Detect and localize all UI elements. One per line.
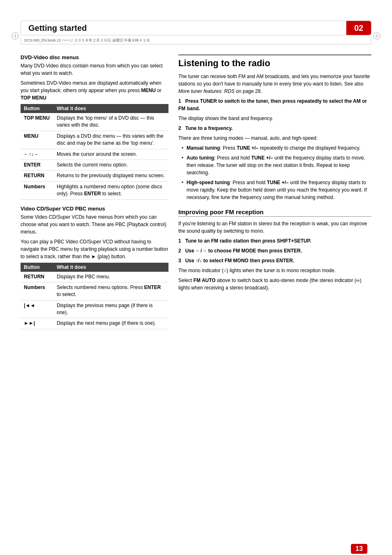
fm-step3-heading: 3 Use ↑/↓ to select FM MONO then press E… [178,257,371,264]
dvd-section: DVD-Video disc menus Many DVD-Video disc… [21,54,168,200]
table-cell-button: ENTER [21,160,53,170]
table-row: ►►| Displays the next menu page (if ther… [21,318,168,329]
dvd-intro2: Sometimes DVD-Video menus are displayed … [21,79,168,102]
table-cell-button: RETURN [21,272,53,282]
radio-intro: The tuner can receive both FM and AM bro… [178,73,371,95]
table-row: Numbers Highlights a numbered menu optio… [21,181,168,199]
vcd-intro2: You can play a PBC Video CD/Super VCD wi… [21,238,168,260]
fm-section-intro: If you're listening to an FM station in … [178,220,371,235]
table-cell-desc: Displays the previous menu page (if ther… [53,300,168,318]
table-cell-desc: Returns to the previously displayed menu… [53,171,168,181]
vcd-table-col1: Button [21,263,53,272]
header-title-area: Getting started [21,21,346,35]
vcd-intro1: Some Video CD/Super VCDs have menus from… [21,213,168,236]
radio-step2-heading: 2 Tune to a frequency. [178,125,371,132]
table-cell-desc: Moves the cursor around the screen. [53,149,168,160]
file-info-strip: DCS-580_EN.book 13 ページ ２００８年２月２９日 金曜日 午後… [21,37,371,44]
table-cell-desc: Selects the current menu option. [53,160,168,170]
table-cell-desc: Highlights a numbered menu option (some … [53,181,168,199]
table-cell-desc: Selects numbered menu options. Press ENT… [53,282,168,300]
table-row: MENU Displays a DVD disc menu — this var… [21,131,168,149]
table-row: |◄◄ Displays the previous menu page (if … [21,300,168,318]
radio-step1-body: The display shows the band and frequency… [178,115,371,122]
table-row: TOP MENU Displays the 'top menu' of a DV… [21,113,168,131]
vcd-table: Button What it does RETURN Displays the … [21,263,168,329]
table-cell-button: MENU [21,131,53,149]
table-row: RETURN Displays the PBC menu. [21,272,168,282]
dvd-section-heading: DVD-Video disc menus [21,54,168,60]
right-column: Listening to the radio The tuner can rec… [178,54,371,335]
table-cell-desc: Displays a DVD disc menu — this varies w… [53,131,168,149]
dvd-table-col2: What it does [53,104,168,113]
fm-step2: 2 Use ←/→ to choose FM MODE then press E… [178,247,371,254]
page-number: 13 [351,544,367,554]
radio-step2-body: There are three tuning modes — manual, a… [178,134,371,142]
page: Getting started 02 DCS-580_EN.book 13 ペー… [0,21,392,555]
fm-section-heading: Improving poor FM reception [178,208,371,217]
main-content: DVD-Video disc menus Many DVD-Video disc… [21,54,371,335]
dvd-table-col1: Button [21,104,53,113]
table-row: ENTER Selects the current menu option. [21,160,168,170]
table-row: Numbers Selects numbered menu options. P… [21,282,168,300]
bullet-manual: Manual tuning: Press TUNE +/– repeatedly… [182,144,371,152]
table-cell-button: |◄◄ [21,300,53,318]
chapter-number: 02 [346,21,371,35]
vcd-section: Video CD/Super VCD PBC menus Some Video … [21,206,168,329]
fm-step3-body1: The mono indicator (○) lights when the t… [178,267,371,274]
table-cell-button: ←↑↓→ [21,149,53,160]
table-cell-button: TOP MENU [21,113,53,131]
table-cell-desc: Displays the 'top menu' of a DVD disc — … [53,113,168,131]
radio-section-heading: Listening to the radio [178,54,371,69]
page-title: Getting started [28,23,87,33]
fm-step3-body2: Select FM AUTO above to switch back to a… [178,277,371,291]
table-row: ←↑↓→ Moves the cursor around the screen. [21,149,168,160]
vcd-table-col2: What it does [53,263,168,272]
table-cell-button: ►►| [21,318,53,329]
header-bar: Getting started 02 [21,21,371,35]
fm-step1: 1 Tune to an FM radio station then press… [178,237,371,245]
bullet-highspeed: High-speed tuning: Press and hold TUNE +… [182,179,371,201]
table-row: RETURN Returns to the previously display… [21,171,168,181]
dvd-table: Button What it does TOP MENU Displays th… [21,104,168,200]
page-footer: 13 En [351,544,367,555]
tuning-bullets: Manual tuning: Press TUNE +/– repeatedly… [178,144,371,201]
corner-mark-tr [373,32,380,39]
table-cell-desc: Displays the next menu page (if there is… [53,318,168,329]
table-cell-desc: Displays the PBC menu. [53,272,168,282]
table-cell-button: RETURN [21,171,53,181]
table-cell-button: Numbers [21,181,53,199]
radio-step1-heading: 1 Press TUNER to switch to the tuner, th… [178,97,371,112]
vcd-section-heading: Video CD/Super VCD PBC menus [21,206,168,212]
file-info-text: DCS-580_EN.book 13 ページ ２００８年２月２９日 金曜日 午後… [24,38,150,43]
left-column: DVD-Video disc menus Many DVD-Video disc… [21,54,168,335]
dvd-intro1: Many DVD-Video discs contain menus from … [21,62,168,77]
bullet-auto: Auto tuning: Press and hold TUNE +/– unt… [182,154,371,176]
corner-mark-tl [12,32,19,39]
table-cell-button: Numbers [21,282,53,300]
